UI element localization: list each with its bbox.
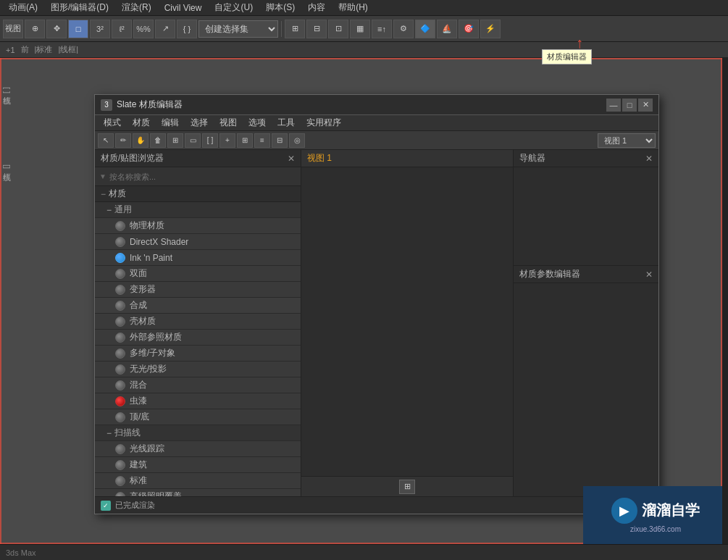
slate-menu-tools[interactable]: 工具: [272, 115, 301, 130]
menu-civil-view[interactable]: Civil View: [159, 1, 208, 14]
tb-btn-15[interactable]: ⛵: [437, 20, 457, 38]
slate-menu-material[interactable]: 材质: [127, 115, 156, 130]
view-panel-footer: ⊞: [301, 476, 513, 496]
mat-item-blend[interactable]: 混合: [95, 377, 301, 393]
mat-item-standard[interactable]: 标准: [95, 473, 301, 489]
mat-label-physical: 物理材质: [130, 220, 164, 232]
maximize-button[interactable]: □: [622, 99, 637, 112]
subcategory-scanline[interactable]: − 扫描线: [95, 425, 301, 441]
minimize-button[interactable]: —: [606, 99, 621, 112]
slate-edit-btn[interactable]: ✏: [115, 133, 131, 148]
mat-item-raytrace[interactable]: 光线跟踪: [95, 441, 301, 457]
mat-label-topbottom: 顶/底: [130, 411, 149, 423]
mat-item-doublesided[interactable]: 双面: [95, 266, 301, 282]
mat-item-morpher[interactable]: 变形器: [95, 282, 301, 298]
tb-btn-11[interactable]: ▦: [350, 20, 370, 38]
material-browser-panel: 材质/贴图浏览器 ✕ ▼ − 材质 − 通用: [95, 150, 301, 496]
tb-btn-10[interactable]: ⊡: [328, 20, 348, 38]
view-select-btn[interactable]: 视图: [3, 20, 23, 38]
mat-item-advanced-light[interactable]: 高级照明覆盖: [95, 489, 301, 496]
mat-item-physical[interactable]: 物理材质: [95, 218, 301, 234]
menu-help[interactable]: 帮助(H): [332, 0, 374, 15]
menu-script[interactable]: 脚本(S): [260, 0, 301, 15]
slate-copy-btn[interactable]: ⊞: [167, 133, 183, 148]
view-panel-body[interactable]: [301, 167, 513, 476]
slate-btn-grid[interactable]: ⊞: [237, 133, 253, 148]
tb-mat-editor-btn[interactable]: 🔷: [415, 20, 435, 38]
selection-set-dropdown[interactable]: 创建选择集: [198, 20, 278, 38]
left-wireframe-label: [线框]: [1, 87, 12, 94]
tb-btn-13[interactable]: ⚙: [393, 20, 414, 38]
slate-menu-view[interactable]: 视图: [214, 115, 243, 130]
mat-label-shell: 壳材质: [130, 315, 156, 327]
viewport-border-top: [0, 58, 722, 59]
subcategory-general[interactable]: − 通用: [95, 202, 301, 218]
tb-btn-1[interactable]: ⊕: [25, 20, 45, 38]
mat-item-topbottom[interactable]: 顶/底: [95, 409, 301, 425]
tb-btn-5[interactable]: ℓ²: [112, 20, 132, 38]
menu-content[interactable]: 内容: [302, 0, 331, 15]
slate-btn-plus[interactable]: +: [219, 133, 235, 148]
slate-menu-edit[interactable]: 编辑: [156, 115, 185, 130]
slate-pan-btn[interactable]: ✋: [133, 133, 148, 148]
mat-icon-directx: [115, 237, 125, 247]
tb-btn-2[interactable]: ✥: [46, 20, 67, 38]
mat-params-close[interactable]: ✕: [645, 269, 653, 280]
slate-menu-mode[interactable]: 模式: [98, 115, 127, 130]
right-side-panels: 导航器 ✕ 材质参数编辑器 ✕: [514, 150, 658, 496]
search-triangle-icon: ▼: [99, 172, 106, 180]
menu-render[interactable]: 渲染(R): [116, 0, 157, 15]
category-cai-zhi[interactable]: − 材质: [95, 186, 301, 202]
minus-icon-general: −: [106, 205, 112, 215]
mat-label-raytrace: 光线跟踪: [130, 443, 164, 455]
status-icon: ✓: [101, 501, 111, 511]
mat-item-shell[interactable]: 壳材质: [95, 314, 301, 330]
slate-paste-btn[interactable]: ▭: [185, 133, 201, 148]
mat-item-multisub[interactable]: 多维/子对象: [95, 346, 301, 362]
slate-toolbar: ↖ ✏ ✋ 🗑 ⊞ ▭ [ ] + ⊞ ≡ ⊟ ◎ 视图 1: [95, 131, 658, 150]
mat-label-shellac: 虫漆: [130, 395, 147, 407]
mat-label-arch: 建筑: [130, 459, 147, 471]
mat-item-inknpaint[interactable]: Ink 'n Paint: [95, 250, 301, 266]
slate-btn-bracket[interactable]: [ ]: [202, 133, 218, 148]
slate-menu-utils[interactable]: 实用程序: [301, 115, 347, 130]
slate-btn-list[interactable]: ≡: [254, 133, 270, 148]
mat-icon-physical: [115, 221, 125, 231]
mat-item-matte[interactable]: 无光/投影: [95, 362, 301, 377]
mat-item-composite[interactable]: 合成: [95, 298, 301, 314]
slate-menu-select[interactable]: 选择: [185, 115, 214, 130]
tb-btn-9[interactable]: ⊟: [306, 20, 327, 38]
mat-label-composite: 合成: [130, 299, 147, 312]
tb-btn-16[interactable]: 🎯: [459, 20, 479, 38]
slate-menu-options[interactable]: 选项: [243, 115, 272, 130]
tb-btn-3[interactable]: □: [68, 20, 88, 38]
tb-btn-6[interactable]: %%: [133, 20, 154, 38]
slate-btn-map[interactable]: ⊟: [272, 133, 288, 148]
tb-btn-12[interactable]: ≡↑: [372, 20, 392, 38]
mat-item-directx[interactable]: DirectX Shader: [95, 234, 301, 250]
close-button[interactable]: ✕: [638, 99, 653, 112]
mat-params-title: 材质参数编辑器: [519, 268, 580, 280]
search-input[interactable]: [109, 172, 296, 181]
mat-icon-shellac: [115, 396, 125, 406]
tb-snap-btn[interactable]: ⊞: [285, 20, 305, 38]
tb-btn-17[interactable]: ⚡: [480, 20, 501, 38]
view-panel-footer-btn[interactable]: ⊞: [399, 480, 415, 494]
mat-item-arch[interactable]: 建筑: [95, 457, 301, 473]
slate-delete-btn[interactable]: 🗑: [150, 133, 166, 148]
mat-item-xrefmat[interactable]: 外部参照材质: [95, 330, 301, 346]
material-browser-close[interactable]: ✕: [288, 154, 295, 164]
window-controls: — □ ✕: [606, 99, 653, 112]
menu-graph-editor[interactable]: 图形/编辑器(D): [45, 0, 114, 15]
tb-btn-8[interactable]: { }: [177, 20, 197, 38]
mat-icon-raytrace: [115, 444, 125, 454]
menu-custom[interactable]: 自定义(U): [209, 0, 259, 15]
slate-view-dropdown[interactable]: 视图 1: [598, 133, 656, 148]
menu-animation[interactable]: 动画(A): [3, 0, 43, 15]
tb-btn-4[interactable]: 3²: [90, 20, 110, 38]
mat-item-shellac[interactable]: 虫漆: [95, 393, 301, 409]
navigator-close[interactable]: ✕: [645, 154, 653, 164]
tb-btn-7[interactable]: ↗: [155, 20, 175, 38]
slate-cursor-btn[interactable]: ↖: [98, 133, 114, 148]
slate-btn-nav[interactable]: ◎: [289, 133, 305, 148]
